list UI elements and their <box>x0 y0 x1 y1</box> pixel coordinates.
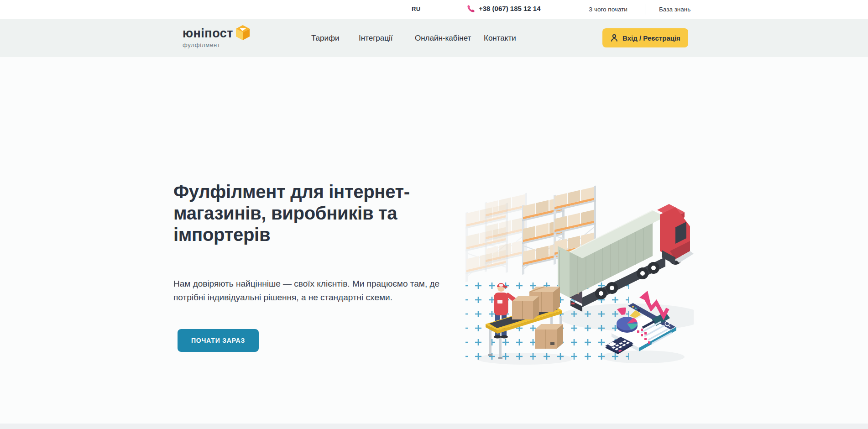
logo-title: юніпост <box>183 26 233 41</box>
logo[interactable]: юніпост фулфілмент <box>183 26 250 48</box>
link-knowledge-base[interactable]: База знань <box>659 6 690 13</box>
topbar-divider <box>645 4 645 15</box>
nav-item-contacts[interactable]: Контакти <box>484 19 516 57</box>
truck-cab <box>657 204 694 265</box>
logo-subtitle: фулфілмент <box>183 42 250 48</box>
phone-icon <box>466 4 475 13</box>
phone-link[interactable]: +38 (067) 185 12 14 <box>466 4 541 13</box>
site-header: юніпост фулфілмент Тарифи Інтеграції Онл… <box>0 19 868 57</box>
login-button-label: Вхід / Реєстрація <box>622 34 680 42</box>
top-utility-bar: RU +38 (067) 185 12 14 З чого почати Баз… <box>0 0 868 19</box>
start-now-button[interactable]: ПОЧАТИ ЗАРАЗ <box>178 329 259 352</box>
cube-icon <box>236 25 250 40</box>
login-register-button[interactable]: Вхід / Реєстрація <box>602 28 688 47</box>
hero-title: Фулфілмент для інтернет-магазинів, вироб… <box>173 181 480 246</box>
nav-item-integrations[interactable]: Інтеграції <box>359 19 393 57</box>
warehouse-illustration <box>461 183 694 365</box>
phone-number: +38 (067) 185 12 14 <box>479 5 541 12</box>
language-switcher[interactable]: RU <box>412 5 421 12</box>
bottom-strip <box>0 424 868 429</box>
nav-item-online-cabinet[interactable]: Онлайн-кабінет <box>415 19 471 57</box>
hero-section: Фулфілмент для інтернет-магазинів, вироб… <box>0 57 868 424</box>
person-icon <box>610 34 618 42</box>
hero-description: Нам довіряють найцінніше — своїх клієнті… <box>173 277 447 304</box>
nav-item-tariffs[interactable]: Тарифи <box>311 19 340 57</box>
link-how-to-start[interactable]: З чого почати <box>589 6 627 13</box>
